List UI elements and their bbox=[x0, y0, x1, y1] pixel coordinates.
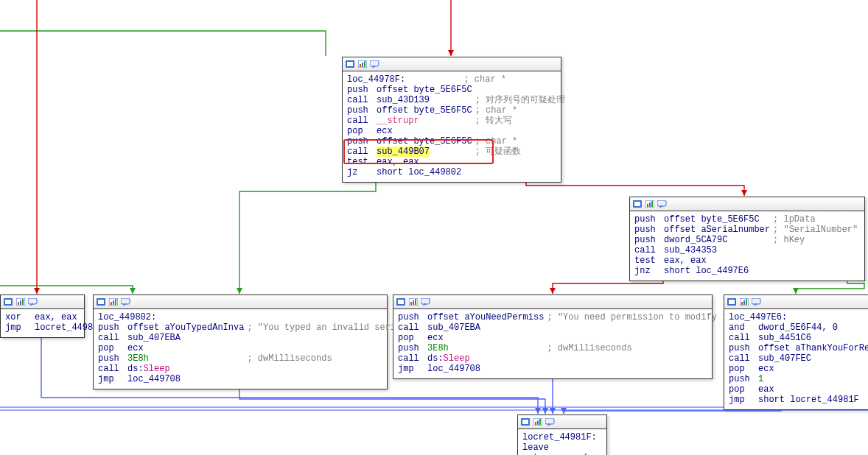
node-n_top[interactable]: loc_44978F: ; char * push offset byte_5E… bbox=[342, 57, 561, 183]
node-body: loc_4497E6: and dword_5E6F44, 0 call sub… bbox=[724, 309, 868, 409]
chart-icon[interactable] bbox=[739, 297, 749, 306]
node-n_invalid[interactable]: loc_449802: push offset aYouTypedAnInva … bbox=[93, 294, 388, 389]
breakpoint-icon[interactable] bbox=[396, 297, 406, 306]
node-n_thankyou[interactable]: loc_4497E6: and dword_5E6F44, 0 call sub… bbox=[724, 294, 868, 410]
breakpoint-icon[interactable] bbox=[520, 417, 531, 426]
node-header[interactable] bbox=[518, 415, 606, 429]
svg-rect-8 bbox=[634, 202, 640, 206]
svg-rect-1 bbox=[347, 62, 353, 66]
comment-icon[interactable] bbox=[657, 200, 668, 208]
breakpoint-icon[interactable] bbox=[632, 200, 643, 208]
comment-icon[interactable] bbox=[545, 417, 556, 426]
svg-rect-20 bbox=[28, 298, 37, 304]
svg-rect-47 bbox=[539, 419, 541, 425]
node-header[interactable] bbox=[343, 57, 561, 71]
svg-rect-10 bbox=[647, 204, 648, 207]
chart-icon[interactable] bbox=[645, 200, 655, 208]
node-header[interactable] bbox=[724, 295, 868, 309]
svg-rect-15 bbox=[5, 300, 11, 304]
svg-rect-18 bbox=[20, 300, 21, 305]
chart-icon[interactable] bbox=[357, 60, 368, 68]
svg-rect-48 bbox=[545, 418, 554, 424]
svg-rect-26 bbox=[115, 299, 116, 305]
edge-left-green-to-invalid bbox=[0, 286, 133, 294]
svg-rect-45 bbox=[535, 422, 536, 425]
node-header[interactable] bbox=[94, 295, 387, 309]
comment-icon[interactable] bbox=[370, 60, 380, 68]
node-n_ret[interactable]: locret_44981F: leave retn 4 sub_4496F5 e… bbox=[517, 415, 607, 455]
svg-rect-39 bbox=[743, 300, 745, 305]
node-n_xorleft[interactable]: xor eax, eax jmp locret_44981F bbox=[0, 294, 85, 338]
svg-rect-29 bbox=[398, 300, 404, 304]
svg-rect-11 bbox=[649, 202, 651, 207]
comment-icon[interactable] bbox=[752, 297, 762, 306]
svg-rect-12 bbox=[651, 201, 653, 207]
svg-rect-17 bbox=[18, 302, 19, 305]
svg-rect-13 bbox=[657, 200, 666, 206]
comment-icon[interactable] bbox=[421, 297, 431, 306]
node-body: loc_449802: push offset aYouTypedAnInva … bbox=[94, 309, 387, 389]
svg-rect-36 bbox=[729, 300, 735, 304]
svg-rect-41 bbox=[752, 298, 760, 304]
edge-green-feed bbox=[0, 31, 326, 56]
svg-rect-32 bbox=[413, 300, 414, 305]
svg-rect-19 bbox=[22, 299, 24, 305]
comment-icon[interactable] bbox=[28, 297, 38, 306]
node-body: locret_44981F: leave retn 4 sub_4496F5 e… bbox=[518, 429, 606, 455]
svg-rect-27 bbox=[121, 298, 130, 304]
svg-rect-46 bbox=[537, 420, 539, 425]
breakpoint-icon[interactable] bbox=[345, 60, 355, 68]
node-header[interactable] bbox=[630, 197, 864, 211]
svg-rect-4 bbox=[362, 63, 363, 67]
svg-rect-22 bbox=[98, 300, 104, 304]
node-header[interactable] bbox=[1, 295, 84, 309]
svg-rect-40 bbox=[746, 299, 747, 305]
svg-rect-24 bbox=[111, 302, 112, 305]
edge-invalid-jmp bbox=[239, 387, 545, 414]
comment-icon[interactable] bbox=[121, 297, 131, 306]
node-n_permiss[interactable]: push offset aYouNeedPermiss ; "You need … bbox=[393, 294, 713, 379]
node-body: push offset byte_5E6F5C ; lpData push of… bbox=[630, 211, 864, 281]
breakpoint-icon[interactable] bbox=[3, 297, 13, 306]
node-body: push offset aYouNeedPermiss ; "You need … bbox=[393, 309, 712, 378]
chart-icon[interactable] bbox=[533, 417, 543, 426]
chart-icon[interactable] bbox=[108, 297, 119, 306]
breakpoint-icon[interactable] bbox=[96, 297, 106, 306]
svg-rect-31 bbox=[410, 302, 412, 305]
edge-jz-true bbox=[239, 178, 376, 294]
svg-rect-6 bbox=[370, 60, 379, 66]
svg-rect-25 bbox=[113, 300, 114, 305]
node-header[interactable] bbox=[393, 295, 712, 309]
chart-icon[interactable] bbox=[408, 297, 419, 306]
svg-rect-3 bbox=[360, 64, 361, 67]
svg-rect-5 bbox=[364, 61, 365, 67]
node-body: xor eax, eax jmp locret_44981F bbox=[1, 309, 84, 337]
node-n_serialnum[interactable]: push offset byte_5E6F5C ; lpData push of… bbox=[629, 197, 865, 281]
breakpoint-icon[interactable] bbox=[727, 297, 737, 306]
chart-icon[interactable] bbox=[15, 297, 26, 306]
svg-rect-33 bbox=[415, 299, 416, 305]
svg-rect-34 bbox=[421, 298, 430, 304]
svg-rect-38 bbox=[741, 302, 743, 305]
node-body: loc_44978F: ; char * push offset byte_5E… bbox=[343, 71, 561, 182]
svg-rect-43 bbox=[522, 420, 528, 424]
